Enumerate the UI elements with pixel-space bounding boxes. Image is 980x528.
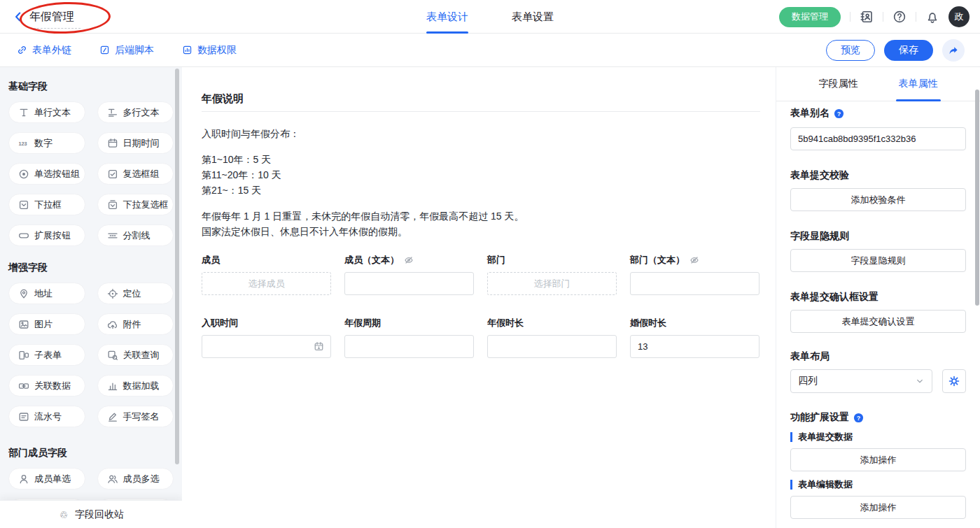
sidebar-scrollbar[interactable] [175, 69, 179, 464]
field-label: 入职时间 [202, 317, 238, 329]
hire-date-input[interactable] [202, 335, 331, 358]
tab-field-properties[interactable]: 字段属性 [819, 67, 858, 101]
field-palette-sidebar: 基础字段 单行文本 多行文本 123数字 日期时间 单选按钮组 复选框组 下拉框… [0, 67, 182, 528]
link-label: 表单外链 [32, 44, 71, 57]
palette-item-linked-query[interactable]: 关联查询 [97, 344, 174, 366]
add-edit-action-button[interactable]: 添加操作 [790, 496, 966, 519]
field-label: 婚假时长 [630, 317, 666, 329]
department-text-input[interactable] [630, 272, 760, 295]
palette-item-linked-data[interactable]: 关联数据 [8, 375, 85, 397]
palette-item-single-line-text[interactable]: 单行文本 [8, 101, 85, 123]
toolbar-actions: 预览 保存 [826, 34, 965, 66]
palette-item-dropdown-multi[interactable]: 下拉复选框 [97, 194, 174, 215]
app-header: 年假管理 表单设计 表单设置 数据管理 政 [0, 0, 980, 34]
palette-item-serial-number[interactable]: 流水号 [8, 406, 85, 427]
bell-icon[interactable] [925, 10, 939, 24]
marriage-leave-duration-field[interactable]: 婚假时长 13 [630, 317, 760, 358]
form-fields-grid: 成员 选择成员 成员（文本） 部门 选择部门 部门（文本） 入职时间 年假周期 [202, 255, 760, 358]
member-field[interactable]: 成员 选择成员 [202, 255, 331, 295]
recycle-icon: ♲ [58, 509, 69, 520]
palette-item-multi-line-text[interactable]: 多行文本 [97, 101, 174, 123]
help-icon[interactable] [892, 10, 906, 24]
member-text-input[interactable] [344, 272, 474, 295]
palette-item-extend-button[interactable]: 扩展按钮 [8, 224, 85, 246]
form-layout-row: 四列 [790, 369, 966, 393]
properties-panel: 字段属性 表单属性 表单别名 ? 5b941cab8bd9395f1c332b3… [776, 67, 980, 528]
svg-text:123: 123 [18, 141, 27, 147]
radio-group-icon [18, 169, 29, 180]
palette-item-number[interactable]: 123数字 [8, 132, 85, 154]
palette-item-subform[interactable]: 子表单 [8, 344, 85, 366]
palette-item-data-load[interactable]: 数据加载 [97, 375, 174, 397]
submit-confirm-settings-button[interactable]: 表单提交确认设置 [790, 310, 966, 333]
department-picker-input[interactable]: 选择部门 [487, 272, 617, 295]
field-recycle-bin[interactable]: ♲ 字段回收站 [0, 500, 182, 528]
palette-item-attachment[interactable]: 附件 [97, 313, 174, 335]
form-description-title[interactable]: 年假说明 [202, 92, 760, 105]
data-permission-link[interactable]: 数据权限 [182, 44, 237, 57]
save-button[interactable]: 保存 [884, 40, 933, 61]
palette-item-member-single[interactable]: 成员单选 [8, 468, 85, 490]
checkbox-group-icon [107, 169, 118, 180]
member-picker-input[interactable]: 选择成员 [202, 272, 331, 295]
signature-icon [107, 411, 118, 422]
backend-script-link[interactable]: 后端脚本 [99, 44, 154, 57]
address-pin-icon [18, 288, 29, 299]
svg-text:?: ? [857, 414, 860, 421]
palette-item-checkbox-group[interactable]: 复选框组 [97, 163, 174, 185]
avatar[interactable]: 政 [948, 6, 969, 27]
add-submit-action-button[interactable]: 添加操作 [790, 448, 966, 471]
palette-item-radio-group[interactable]: 单选按钮组 [8, 163, 85, 185]
share-button[interactable] [942, 39, 965, 62]
question-circle-icon[interactable]: ? [853, 413, 864, 423]
hire-date-field[interactable]: 入职时间 [202, 317, 331, 358]
form-alias-input[interactable]: 5b941cab8bd9395f1c332b36 [790, 127, 966, 150]
group-accent-bar [790, 432, 792, 442]
field-visibility-rule-button[interactable]: 字段显隐规则 [790, 249, 966, 272]
layout-select[interactable]: 四列 [790, 369, 932, 393]
annual-leave-cycle-input[interactable] [344, 335, 474, 358]
palette-item-divider[interactable]: 分割线 [97, 224, 174, 246]
department-field[interactable]: 部门 选择部门 [487, 255, 617, 295]
dropdown-icon [18, 199, 29, 211]
marriage-leave-duration-input[interactable]: 13 [630, 335, 760, 358]
palette-item-member-multi[interactable]: 成员多选 [97, 468, 174, 490]
preview-button[interactable]: 预览 [826, 40, 875, 61]
form-external-link[interactable]: 表单外链 [17, 44, 71, 57]
layout-settings-button[interactable] [942, 369, 966, 393]
extension-settings-label: 功能扩展设置 ? [790, 411, 966, 424]
single-line-text-icon [18, 107, 29, 118]
link-icon [17, 45, 27, 55]
description-line: 年假每年 1 月 1 日重置，未休完的年假自动清零，年假最高不超过 15 天。 [202, 208, 760, 224]
sub-toolbar: 表单外链 后端脚本 数据权限 预览 保存 [0, 34, 980, 67]
form-description-text[interactable]: 入职时间与年假分布： 第1~10年：5 天 第11~20年：10 天 第21~：… [202, 126, 760, 239]
palette-item-signature[interactable]: 手写签名 [97, 406, 174, 427]
palette-item-location[interactable]: 定位 [97, 283, 174, 304]
contacts-icon[interactable] [860, 10, 874, 24]
department-text-field[interactable]: 部门（文本） [630, 255, 760, 295]
data-manage-button[interactable]: 数据管理 [779, 7, 841, 27]
palette-item-dropdown[interactable]: 下拉框 [8, 194, 85, 215]
location-icon [107, 288, 118, 299]
submit-confirm-label: 表单提交确认框设置 [790, 290, 966, 304]
svg-text:♲: ♲ [59, 510, 68, 520]
question-circle-icon[interactable]: ? [834, 108, 844, 119]
form-canvas: 年假说明 入职时间与年假分布： 第1~10年：5 天 第11~20年：10 天 … [182, 67, 776, 528]
annual-leave-duration-input[interactable] [487, 335, 617, 358]
palette-item-image[interactable]: 图片 [8, 313, 85, 335]
annual-leave-duration-field[interactable]: 年假时长 [487, 317, 617, 358]
description-line: 第1~10年：5 天 [202, 152, 760, 167]
add-validation-condition-button[interactable]: 添加校验条件 [790, 188, 966, 211]
basic-fields-grid: 单行文本 多行文本 123数字 日期时间 单选按钮组 复选框组 下拉框 下拉复选… [8, 101, 174, 246]
palette-item-datetime[interactable]: 日期时间 [97, 132, 174, 154]
tab-form-design[interactable]: 表单设计 [426, 0, 468, 34]
tab-form-properties[interactable]: 表单属性 [899, 67, 938, 101]
panel-scrollbar[interactable] [975, 90, 979, 306]
field-label: 成员（文本） [344, 254, 399, 266]
tab-form-settings[interactable]: 表单设置 [512, 0, 554, 34]
image-icon [18, 319, 29, 330]
palette-item-address[interactable]: 地址 [8, 283, 85, 304]
member-text-field[interactable]: 成员（文本） [344, 255, 474, 295]
annual-leave-cycle-field[interactable]: 年假周期 [344, 317, 474, 358]
description-gap [202, 198, 760, 208]
